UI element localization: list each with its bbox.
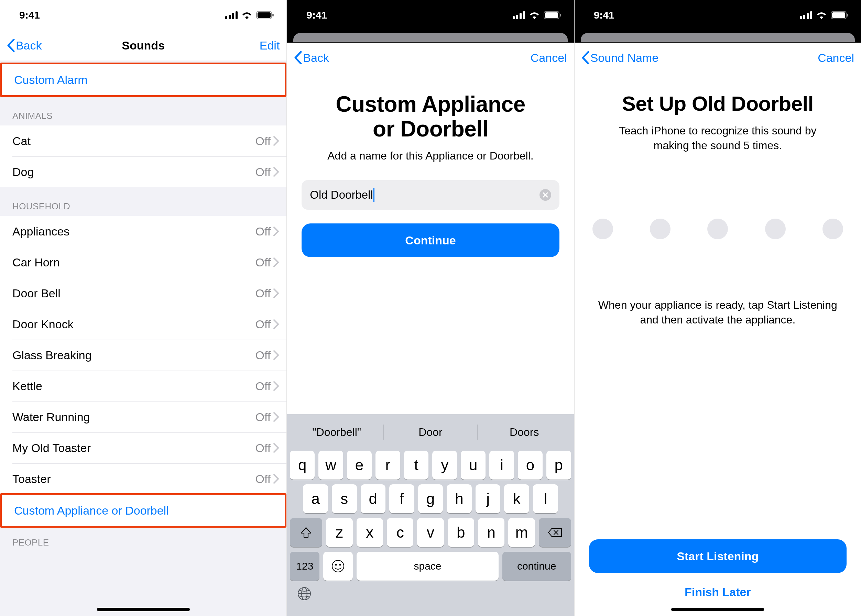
- name-input[interactable]: Old Doorbell: [302, 180, 559, 210]
- key-k[interactable]: k: [504, 484, 529, 513]
- keyboard-row-1: q w e r t y u i o p: [290, 451, 571, 479]
- svg-point-16: [339, 564, 341, 566]
- home-indicator[interactable]: [97, 608, 190, 611]
- sound-cell-my-old-toaster[interactable]: My Old ToasterOff: [0, 432, 286, 464]
- backspace-icon: [548, 527, 562, 538]
- key-q[interactable]: q: [290, 451, 315, 479]
- key-h[interactable]: h: [447, 484, 472, 513]
- cancel-button[interactable]: Cancel: [818, 51, 854, 64]
- key-o[interactable]: o: [518, 451, 543, 479]
- sound-cell-glass-breaking[interactable]: Glass BreakingOff: [0, 339, 286, 371]
- key-d[interactable]: d: [361, 484, 386, 513]
- key-l[interactable]: l: [533, 484, 558, 513]
- nav-title: Sounds: [0, 39, 286, 52]
- sound-cell-dog[interactable]: Dog Off: [0, 156, 286, 187]
- clear-button[interactable]: [540, 189, 551, 201]
- svg-rect-1: [229, 15, 231, 19]
- back-button[interactable]: Back: [294, 51, 329, 64]
- screen-custom-appliance-name: 9:41 Back Cancel Custom Appliance or Doo…: [287, 0, 574, 616]
- globe-icon: [297, 586, 312, 601]
- key-emoji[interactable]: [323, 552, 353, 581]
- key-r[interactable]: r: [376, 451, 400, 479]
- instruction-text: When your appliance is ready, tap Start …: [589, 298, 847, 327]
- household-header: HOUSEHOLD: [0, 187, 286, 216]
- key-s[interactable]: s: [332, 484, 357, 513]
- cellular-icon: [800, 11, 812, 19]
- content: Custom Appliance or Doorbell Add a name …: [287, 73, 573, 414]
- key-m[interactable]: m: [508, 518, 535, 547]
- key-numbers[interactable]: 123: [290, 552, 320, 581]
- key-t[interactable]: t: [404, 451, 429, 479]
- home-indicator[interactable]: [671, 608, 764, 611]
- emoji-icon: [331, 559, 345, 573]
- key-shift[interactable]: [290, 518, 322, 547]
- key-w[interactable]: w: [318, 451, 343, 479]
- sound-cell-kettle[interactable]: KettleOff: [0, 371, 286, 401]
- sound-cell-cat[interactable]: Cat Off: [0, 126, 286, 156]
- chevron-left-icon: [7, 39, 15, 52]
- custom-appliance-cell[interactable]: Custom Appliance or Doorbell: [2, 495, 285, 526]
- animals-group: Cat Off Dog Off: [0, 126, 286, 187]
- suggestion[interactable]: Doors: [478, 426, 571, 438]
- key-z[interactable]: z: [326, 518, 353, 547]
- cell-status: Off: [255, 349, 271, 362]
- key-continue[interactable]: continue: [502, 552, 571, 581]
- screen-sounds-list: 9:41 Back Sounds Edit Custom Alarm ANIMA…: [0, 0, 287, 616]
- sound-cell-toaster[interactable]: ToasterOff: [0, 464, 286, 494]
- close-icon: [543, 192, 548, 198]
- key-a[interactable]: a: [303, 484, 328, 513]
- page-subtitle: Teach iPhone to recognize this sound by …: [589, 123, 847, 153]
- key-b[interactable]: b: [448, 518, 474, 547]
- sound-cell-water-running[interactable]: Water RunningOff: [0, 401, 286, 432]
- sound-cell-appliances[interactable]: AppliancesOff: [0, 216, 286, 247]
- start-listening-button[interactable]: Start Listening: [589, 539, 847, 573]
- finish-later-button[interactable]: Finish Later: [589, 585, 847, 599]
- cancel-label: Cancel: [530, 51, 567, 64]
- sound-cell-door-knock[interactable]: Door KnockOff: [0, 309, 286, 339]
- cellular-icon: [513, 11, 525, 19]
- svg-rect-8: [516, 15, 518, 19]
- suggestion[interactable]: "Doorbell": [290, 426, 383, 438]
- back-button[interactable]: Sound Name: [581, 51, 658, 64]
- key-g[interactable]: g: [418, 484, 443, 513]
- key-x[interactable]: x: [357, 518, 383, 547]
- svg-rect-5: [258, 13, 271, 18]
- key-globe[interactable]: [297, 586, 571, 604]
- nav-bar: Sound Name Cancel: [575, 42, 861, 73]
- cell-status: Off: [255, 256, 271, 269]
- back-button[interactable]: Back: [7, 39, 42, 52]
- svg-rect-25: [832, 13, 845, 18]
- key-v[interactable]: v: [417, 518, 444, 547]
- edit-button[interactable]: Edit: [260, 39, 280, 52]
- cell-label: Cat: [13, 134, 31, 148]
- chevron-right-icon: [273, 381, 279, 391]
- custom-alarm-cell[interactable]: Custom Alarm: [2, 64, 285, 95]
- key-i[interactable]: i: [489, 451, 514, 479]
- chevron-right-icon: [273, 412, 279, 422]
- key-f[interactable]: f: [389, 484, 414, 513]
- svg-rect-21: [803, 15, 805, 19]
- key-backspace[interactable]: [539, 518, 571, 547]
- text-caret: [373, 188, 375, 202]
- keyboard: "Doorbell" Door Doors q w e r t y u i o …: [287, 414, 573, 616]
- key-y[interactable]: y: [432, 451, 457, 479]
- suggestion[interactable]: Door: [384, 426, 477, 438]
- cell-status: Off: [255, 410, 271, 424]
- key-space[interactable]: space: [357, 552, 498, 581]
- status-time: 9:41: [19, 9, 40, 21]
- key-e[interactable]: e: [347, 451, 372, 479]
- continue-button[interactable]: Continue: [302, 223, 559, 257]
- cancel-button[interactable]: Cancel: [530, 51, 567, 64]
- key-c[interactable]: c: [387, 518, 413, 547]
- key-p[interactable]: p: [546, 451, 571, 479]
- key-u[interactable]: u: [461, 451, 485, 479]
- svg-rect-6: [272, 14, 274, 17]
- sound-cell-door-bell[interactable]: Door BellOff: [0, 278, 286, 309]
- chevron-left-icon: [581, 51, 590, 64]
- key-n[interactable]: n: [478, 518, 504, 547]
- status-bar: 9:41: [287, 0, 573, 30]
- progress-dot: [765, 218, 786, 239]
- key-j[interactable]: j: [475, 484, 501, 513]
- sound-cell-car-horn[interactable]: Car HornOff: [0, 247, 286, 278]
- cancel-label: Cancel: [818, 51, 854, 64]
